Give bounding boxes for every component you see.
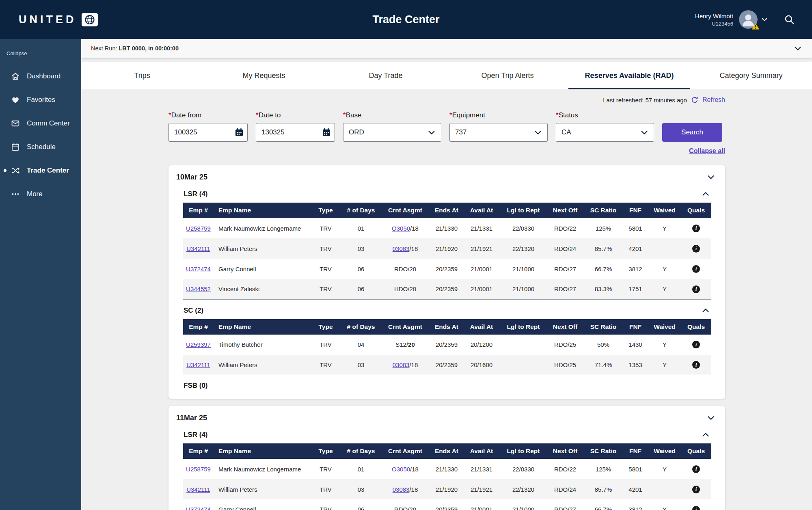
emp-id-cell: U372474 (183, 499, 214, 510)
equipment-label-text: Equipment (452, 111, 485, 119)
crnt-asgmt-cell: 03083/18 (380, 238, 431, 259)
base-select[interactable]: ORD (343, 123, 441, 142)
emp-id-link[interactable]: U372474 (186, 506, 211, 510)
avatar[interactable] (739, 10, 758, 29)
emp-id-link[interactable]: U342111 (186, 486, 210, 493)
chevron-down-icon (427, 128, 436, 137)
type-cell: TRV (309, 499, 342, 510)
sidebar-item-favorites[interactable]: Favorites (0, 88, 81, 112)
info-icon[interactable]: i (692, 225, 700, 232)
emp-id-cell: U258759 (183, 459, 214, 479)
search-icon[interactable] (784, 14, 795, 25)
info-icon[interactable]: i (692, 245, 700, 253)
column-header-sc-ratio: SC Ratio (584, 203, 622, 218)
column-header-lgl-to-rept: Lgl to Rept (501, 203, 546, 218)
lgl-to-rept-cell: 21/1000 (501, 259, 546, 279)
type-cell: TRV (309, 335, 342, 355)
refresh-icon[interactable] (691, 96, 699, 104)
info-icon[interactable]: i (692, 465, 700, 473)
section-header-sc-2: SC (2) (184, 306, 710, 315)
chevron-down-icon[interactable] (706, 173, 715, 182)
emp-id-link[interactable]: U258759 (186, 225, 211, 232)
chevron-up-icon[interactable] (701, 430, 710, 439)
sidebar-item-schedule[interactable]: Schedule (0, 135, 81, 159)
base-label-text: Base (346, 111, 362, 119)
tab-reserves-available-rad[interactable]: Reserves Available (RAD) (568, 62, 690, 89)
chevron-down-icon[interactable] (706, 413, 715, 422)
asgmt-link[interactable]: 03083 (393, 245, 410, 252)
sidebar-item-more[interactable]: More (0, 182, 81, 206)
united-logo[interactable]: UNITED (19, 13, 98, 26)
column-header-emp-name: Emp Name (214, 443, 309, 459)
sidebar-item-dashboard[interactable]: Dashboard (0, 65, 81, 88)
info-icon[interactable]: i (692, 285, 700, 293)
shuffle-icon (11, 166, 20, 175)
sidebar-item-label: Trade Center (27, 166, 69, 175)
info-icon[interactable]: i (692, 486, 700, 493)
asgmt-link[interactable]: O3050 (392, 225, 410, 232)
emp-id-link[interactable]: U342111 (186, 361, 210, 368)
next-off-cell: RDO/24 (546, 479, 584, 499)
required-mark: * (256, 111, 259, 119)
asgmt-link[interactable]: 03083 (393, 486, 410, 493)
calendar-icon[interactable] (234, 128, 244, 137)
column-header-crnt-asgmt: Crnt Asgmt (380, 319, 431, 335)
ellipsis-icon (11, 190, 20, 199)
tab-open-trip-alerts[interactable]: Open Trip Alerts (447, 62, 568, 89)
type-cell: TRV (309, 279, 342, 299)
sidebar-collapse-button[interactable]: Collapse (0, 39, 81, 65)
equipment-select[interactable]: 737 (449, 123, 548, 142)
column-header-emp: Emp # (183, 319, 214, 335)
tab-trips[interactable]: Trips (81, 62, 203, 89)
asgmt-text: /18 (409, 361, 418, 368)
status-label-text: Status (559, 111, 578, 119)
type-cell: TRV (309, 355, 342, 375)
required-mark: * (343, 111, 346, 119)
chevron-up-icon[interactable] (701, 306, 710, 315)
emp-id-link[interactable]: U342111 (186, 245, 210, 252)
table-row: U342111William PetersTRV0303083/1821/192… (183, 238, 711, 259)
status-select[interactable]: CA (556, 123, 654, 142)
next-run-chevron-down-icon[interactable] (793, 44, 802, 53)
asgmt-link[interactable]: O3050 (392, 466, 410, 473)
tab-my-requests[interactable]: My Requests (203, 62, 325, 89)
emp-id-link[interactable]: U259397 (186, 341, 211, 348)
section-header-fsb-0: FSB (0) (184, 382, 710, 390)
emp-id-link[interactable]: U344552 (186, 285, 211, 292)
collapse-all-link[interactable]: Collapse all (689, 147, 725, 156)
search-button[interactable]: Search (662, 123, 722, 142)
sc-ratio-cell: 71.4% (584, 355, 622, 375)
info-icon[interactable]: i (692, 361, 700, 369)
last-refreshed-text: Last refreshed: 57 minutes ago (603, 97, 687, 104)
required-mark: * (168, 111, 171, 119)
ends-at-cell: 20/2359 (431, 355, 462, 375)
column-header-ends-at: Ends At (431, 443, 462, 459)
home-icon (11, 72, 20, 81)
column-header-quals: Quals (681, 443, 711, 459)
table-row: U258759Mark Naumowicz LongernameTRV01O30… (183, 459, 711, 479)
avail-at-cell: 21/0001 (462, 259, 501, 279)
sidebar-item-trade-center[interactable]: Trade Center (0, 159, 81, 182)
quals-cell: i (681, 355, 711, 375)
section-header-lsr-4: LSR (4) (184, 430, 710, 439)
asgmt-link[interactable]: 03083 (393, 361, 410, 368)
emp-id-link[interactable]: U372474 (186, 266, 211, 272)
quals-cell: i (681, 238, 711, 259)
tab-category-summary[interactable]: Category Summary (690, 62, 812, 89)
info-icon[interactable]: i (692, 341, 700, 348)
calendar-icon[interactable] (322, 128, 331, 137)
quals-cell: i (681, 279, 711, 299)
info-icon[interactable]: i (692, 265, 700, 273)
sidebar-item-comm-center[interactable]: Comm Center (0, 112, 81, 135)
tab-day-trade[interactable]: Day Trade (325, 62, 447, 89)
waived-cell (648, 238, 681, 259)
chevron-up-icon[interactable] (701, 190, 710, 199)
info-icon[interactable]: i (692, 506, 700, 510)
lgl-to-rept-cell: 21/1000 (501, 499, 546, 510)
refresh-button[interactable]: Refresh (702, 96, 725, 104)
waived-cell: Y (648, 499, 681, 510)
next-off-cell: RDO/24 (546, 238, 584, 259)
waived-cell: Y (648, 218, 681, 238)
emp-id-link[interactable]: U258759 (186, 466, 211, 473)
chevron-down-icon[interactable] (761, 16, 768, 23)
